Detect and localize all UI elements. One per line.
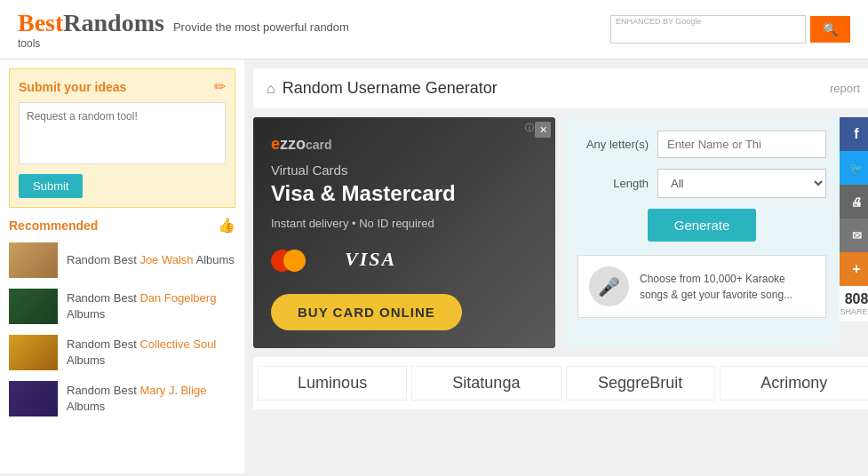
home-icon[interactable]: ⌂	[267, 81, 275, 97]
ad-logo: ezzocard	[271, 135, 538, 154]
twitter-button[interactable]: 🐦	[840, 151, 868, 185]
ad-close-button[interactable]: ✕	[535, 122, 551, 138]
mc-circle-right	[283, 250, 306, 272]
rec-link-4[interactable]: Mary J. Blige	[139, 384, 206, 397]
rec-thumb-3	[9, 335, 58, 370]
submit-button[interactable]: Submit	[19, 174, 83, 198]
header-left: BestRandoms Provide the most powerful ra…	[18, 9, 349, 50]
recommended-header: Recommended 👍	[9, 217, 235, 234]
mastercard-icon	[271, 248, 311, 274]
rec-link-2[interactable]: Dan Fogelberg	[139, 291, 216, 305]
main-content: ⌂ Random Username Generator report ⓘ ✕ e…	[244, 60, 868, 473]
main-layout: Submit your ideas ✏ Submit Recommended 👍…	[0, 60, 868, 473]
length-label: Length	[577, 177, 649, 190]
rec-label-3: Random Best Collective Soul Albums	[67, 337, 235, 369]
list-item[interactable]: Random Best Joe Walsh Albums	[9, 242, 235, 278]
site-logo[interactable]: BestRandoms	[18, 9, 164, 37]
rec-thumb-2	[9, 289, 58, 324]
rec-label-1: Random Best Joe Walsh Albums	[67, 252, 235, 268]
edit-icon[interactable]: ✏	[214, 78, 226, 95]
page-header: ⌂ Random Username Generator report	[253, 68, 868, 108]
list-item[interactable]: Random Best Collective Soul Albums	[9, 335, 235, 370]
list-item[interactable]: Random Best Dan Fogelberg Albums	[9, 289, 235, 324]
search-button[interactable]: 🔍	[810, 16, 850, 43]
search-bar: ENHANCED BY Google 🔍	[610, 15, 850, 44]
rec-label-2: Random Best Dan Fogelberg Albums	[67, 290, 235, 322]
result-word-4[interactable]: Acrimony	[720, 366, 868, 401]
idea-textarea[interactable]	[19, 102, 226, 164]
recommended-panel: Recommended 👍 Random Best Joe Walsh Albu…	[9, 217, 235, 416]
ad-logo-text: zzo	[280, 135, 306, 153]
content-grid: ⓘ ✕ ezzocard Virtual Cards Visa & Master…	[253, 117, 868, 348]
rec-label-4: Random Best Mary J. Blige Albums	[67, 383, 235, 415]
thumbs-icon: 👍	[218, 217, 235, 234]
result-word-2[interactable]: Sitatunga	[411, 366, 561, 401]
page-title-area: ⌂ Random Username Generator	[267, 79, 498, 98]
ad-title-small: Virtual Cards	[271, 163, 538, 178]
sidebar: Submit your ideas ✏ Submit Recommended 👍…	[0, 60, 244, 473]
facebook-button[interactable]: f	[840, 117, 868, 151]
generate-button[interactable]: Generate	[648, 209, 757, 242]
mic-icon: 🎤	[589, 266, 629, 306]
letters-label: Any letter(s)	[577, 138, 649, 151]
report-link[interactable]: report	[830, 82, 860, 95]
rec-thumb-1	[9, 242, 58, 278]
logo-tagline: Provide the most powerful random	[173, 20, 349, 34]
logo-randoms: Randoms	[63, 9, 164, 36]
email-button[interactable]: ✉	[840, 218, 868, 252]
header: BestRandoms Provide the most powerful ra…	[0, 0, 868, 60]
generator-panel: Any letter(s) Length All Short Medium Lo…	[564, 117, 840, 348]
generator-letters-row: Any letter(s)	[577, 131, 826, 158]
ad-info-icon: ⓘ	[525, 122, 534, 134]
tools-link[interactable]: tools	[18, 37, 349, 50]
rec-link-3[interactable]: Collective Soul	[139, 337, 216, 351]
ad-panel: ⓘ ✕ ezzocard Virtual Cards Visa & Master…	[253, 117, 555, 348]
submit-title: Submit your ideas	[19, 80, 126, 94]
social-sidebar: f 🐦 🖨 ✉ + 808 SHARES	[840, 117, 868, 348]
list-item[interactable]: Random Best Mary J. Blige Albums	[9, 381, 235, 416]
length-select[interactable]: All Short Medium Long	[657, 169, 826, 198]
shares-label: SHARES	[840, 307, 868, 316]
enhanced-label: ENHANCED BY Google	[616, 17, 701, 26]
visa-text: VISA	[345, 248, 396, 270]
result-word-3[interactable]: SeggreBruit	[566, 366, 715, 401]
recommended-title: Recommended	[9, 218, 98, 233]
ad-content: ⓘ ✕ ezzocard Virtual Cards Visa & Master…	[253, 117, 555, 348]
generator-social-area: Any letter(s) Length All Short Medium Lo…	[564, 117, 868, 348]
print-button[interactable]: 🖨	[840, 185, 868, 218]
shares-box: 808 SHARES	[840, 286, 868, 321]
rec-thumb-4	[9, 381, 58, 416]
letters-input[interactable]	[657, 131, 826, 158]
plus-button[interactable]: +	[840, 252, 868, 286]
page-title: Random Username Generator	[283, 79, 498, 98]
result-word-1[interactable]: Luminous	[258, 366, 407, 401]
shares-count: 808	[840, 291, 868, 307]
ad-hand-bg	[422, 188, 555, 348]
karaoke-box[interactable]: 🎤 Choose from 10,000+ Karaoke songs & ge…	[577, 255, 826, 318]
submit-panel: Submit your ideas ✏ Submit	[9, 68, 235, 208]
rec-link-1[interactable]: Joe Walsh	[139, 253, 193, 266]
karaoke-text: Choose from 10,000+ Karaoke songs & get …	[640, 271, 815, 303]
generator-length-row: Length All Short Medium Long	[577, 169, 826, 198]
results-row: Luminous Sitatunga SeggreBruit Acrimony	[253, 357, 868, 409]
submit-header: Submit your ideas ✏	[19, 78, 226, 95]
